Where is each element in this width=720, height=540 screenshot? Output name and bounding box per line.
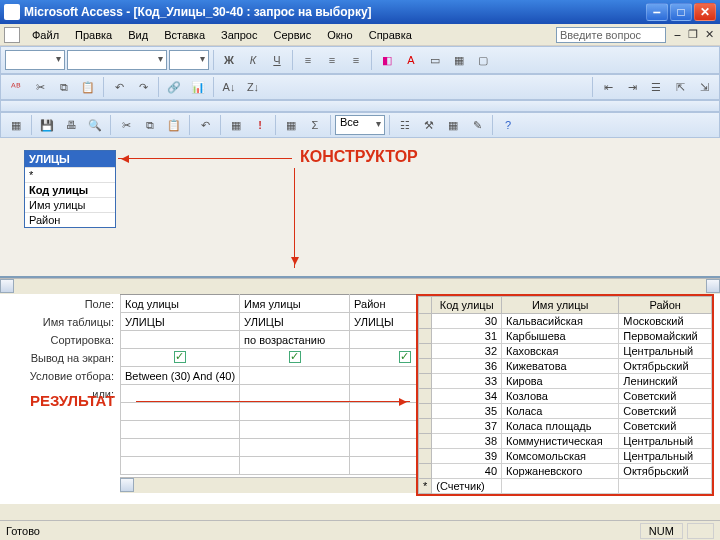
- field-star[interactable]: *: [25, 167, 115, 182]
- result-cell[interactable]: Центральный: [619, 449, 712, 464]
- result-cell[interactable]: Советский: [619, 404, 712, 419]
- result-cell[interactable]: Комсомольская: [502, 449, 619, 464]
- rowheader[interactable]: [419, 389, 432, 404]
- result-cell[interactable]: Первомайский: [619, 329, 712, 344]
- grid-cell[interactable]: [240, 457, 350, 475]
- object-combo[interactable]: [5, 50, 65, 70]
- grid-cell-show[interactable]: [240, 349, 350, 367]
- rowheader[interactable]: [419, 314, 432, 329]
- save-button[interactable]: 💾: [36, 114, 58, 136]
- grid-cell[interactable]: [121, 331, 240, 349]
- grid-cell[interactable]: [240, 385, 350, 403]
- bullets-button[interactable]: ☰: [645, 76, 667, 98]
- grid-cell[interactable]: [240, 439, 350, 457]
- result-cell[interactable]: Советский: [619, 419, 712, 434]
- grid-cell[interactable]: [121, 457, 240, 475]
- result-cell[interactable]: Коласа площадь: [502, 419, 619, 434]
- italic-button[interactable]: К: [242, 49, 264, 71]
- mdi-close-button[interactable]: ✕: [702, 28, 716, 42]
- result-cell[interactable]: Ленинский: [619, 374, 712, 389]
- grid-cell[interactable]: Код улицы: [121, 295, 240, 313]
- result-cell[interactable]: Советский: [619, 389, 712, 404]
- border-button[interactable]: ▦: [448, 49, 470, 71]
- menu-help[interactable]: Справка: [361, 27, 420, 43]
- grid-cell[interactable]: [240, 367, 350, 385]
- minimize-button[interactable]: ‒: [646, 3, 668, 21]
- paste-button[interactable]: 📋: [77, 76, 99, 98]
- grid-cell[interactable]: [121, 439, 240, 457]
- result-cell[interactable]: 30: [432, 314, 502, 329]
- menu-view[interactable]: Вид: [120, 27, 156, 43]
- menu-file[interactable]: Файл: [24, 27, 67, 43]
- hyperlink-button[interactable]: 🔗: [163, 76, 185, 98]
- upper-hscroll[interactable]: [0, 278, 720, 294]
- grid-cell-show[interactable]: [121, 349, 240, 367]
- indent-decrease-button[interactable]: ⇤: [597, 76, 619, 98]
- result-cell[interactable]: 33: [432, 374, 502, 389]
- result-cell[interactable]: Московский: [619, 314, 712, 329]
- result-col-rayon[interactable]: Район: [619, 297, 712, 314]
- rowheader-new[interactable]: *: [419, 479, 432, 494]
- result-cell[interactable]: Октябрьский: [619, 464, 712, 479]
- rowheader[interactable]: [419, 344, 432, 359]
- db-window-button[interactable]: ▦: [442, 114, 464, 136]
- result-cell[interactable]: Центральный: [619, 434, 712, 449]
- rowheader[interactable]: [419, 359, 432, 374]
- grid-cell[interactable]: Имя улицы: [240, 295, 350, 313]
- menu-query[interactable]: Запрос: [213, 27, 265, 43]
- result-cell[interactable]: 31: [432, 329, 502, 344]
- query-type-button[interactable]: ▦: [225, 114, 247, 136]
- grid-cell[interactable]: УЛИЦЫ: [240, 313, 350, 331]
- result-cell[interactable]: Козлова: [502, 389, 619, 404]
- result-cell[interactable]: 40: [432, 464, 502, 479]
- checkbox-icon[interactable]: [289, 351, 301, 363]
- result-cell[interactable]: Карбышева: [502, 329, 619, 344]
- undo-button[interactable]: ↶: [108, 76, 130, 98]
- checkbox-icon[interactable]: [399, 351, 411, 363]
- result-cell[interactable]: Каховская: [502, 344, 619, 359]
- result-col-imya[interactable]: Имя улицы: [502, 297, 619, 314]
- line-color-button[interactable]: ▭: [424, 49, 446, 71]
- view-button[interactable]: ▦: [5, 114, 27, 136]
- copy-button[interactable]: ⧉: [53, 76, 75, 98]
- mdi-restore-button[interactable]: ❐: [686, 28, 700, 42]
- result-cell[interactable]: 38: [432, 434, 502, 449]
- help-button[interactable]: ?: [497, 114, 519, 136]
- fontsize-combo[interactable]: [169, 50, 209, 70]
- build-button[interactable]: ⚒: [418, 114, 440, 136]
- font-combo[interactable]: [67, 50, 167, 70]
- run-button[interactable]: !: [249, 114, 271, 136]
- chart-button[interactable]: 📊: [187, 76, 209, 98]
- show-table-button[interactable]: ▦: [280, 114, 302, 136]
- result-cell[interactable]: Октябрьский: [619, 359, 712, 374]
- result-cell[interactable]: 39: [432, 449, 502, 464]
- menu-window[interactable]: Окно: [319, 27, 361, 43]
- maximize-button[interactable]: □: [670, 3, 692, 21]
- result-cell[interactable]: Кирова: [502, 374, 619, 389]
- grid-cell[interactable]: [240, 421, 350, 439]
- new-object-button[interactable]: ✎: [466, 114, 488, 136]
- grid-cell[interactable]: УЛИЦЫ: [121, 313, 240, 331]
- align-right-button[interactable]: ≡: [345, 49, 367, 71]
- rowheader[interactable]: [419, 419, 432, 434]
- copy2-button[interactable]: ⧉: [139, 114, 161, 136]
- fill-color-button[interactable]: ◧: [376, 49, 398, 71]
- indent-increase-button[interactable]: ⇥: [621, 76, 643, 98]
- rowheader[interactable]: [419, 329, 432, 344]
- ask-question-input[interactable]: Введите вопрос: [556, 27, 666, 43]
- result-cell[interactable]: Коржаневского: [502, 464, 619, 479]
- result-cell[interactable]: Коласа: [502, 404, 619, 419]
- field-kod[interactable]: Код улицы: [25, 182, 115, 197]
- result-cell[interactable]: 35: [432, 404, 502, 419]
- bold-button[interactable]: Ж: [218, 49, 240, 71]
- font-color-button[interactable]: A: [400, 49, 422, 71]
- undo2-button[interactable]: ↶: [194, 114, 216, 136]
- result-col-kod[interactable]: Код улицы: [432, 297, 502, 314]
- print-preview-button[interactable]: 🔍: [84, 114, 106, 136]
- cut-button[interactable]: ✂: [29, 76, 51, 98]
- close-button[interactable]: ✕: [694, 3, 716, 21]
- result-cell[interactable]: 34: [432, 389, 502, 404]
- align-center-button[interactable]: ≡: [321, 49, 343, 71]
- grid-cell[interactable]: [121, 403, 240, 421]
- special-effect-button[interactable]: ▢: [472, 49, 494, 71]
